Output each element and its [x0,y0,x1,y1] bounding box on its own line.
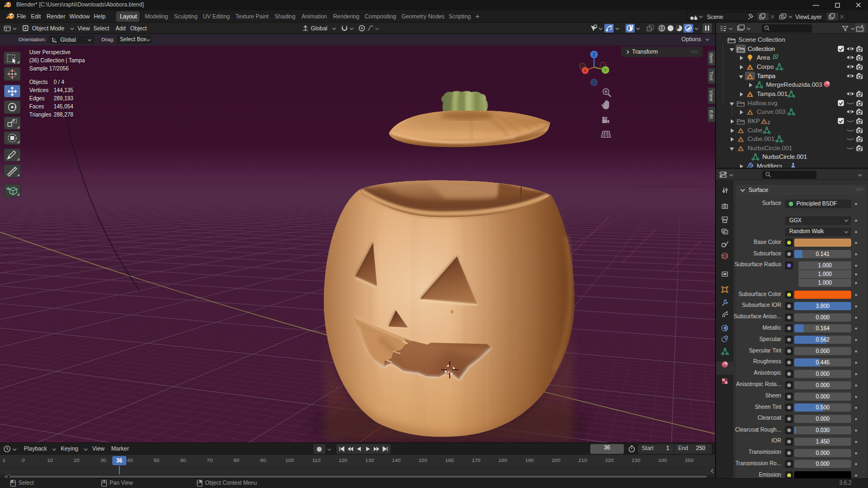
svg-text:Y: Y [604,68,607,73]
svg-text:Z: Z [592,52,595,57]
svg-text:X: X [584,68,587,73]
